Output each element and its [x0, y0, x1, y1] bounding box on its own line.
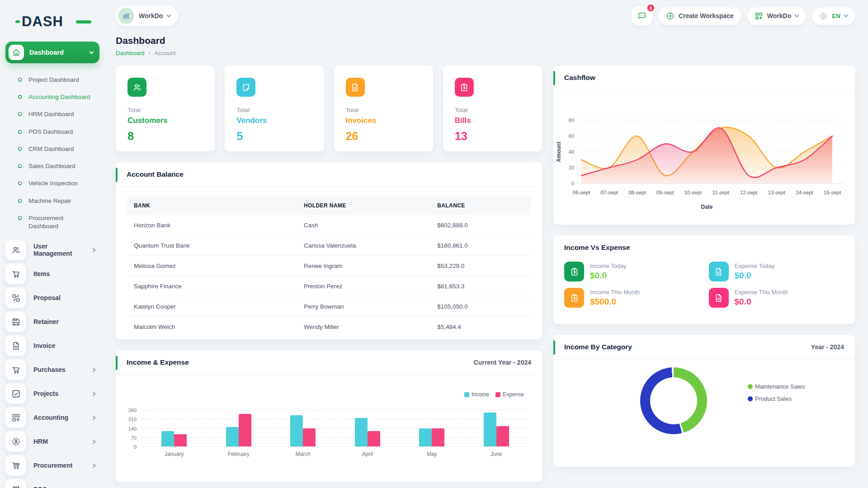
sidebar-subitem-accounting-dashboard[interactable]: Accounting Dashboard: [5, 89, 99, 106]
language-selector[interactable]: EN: [812, 7, 855, 25]
svg-text:08-sept: 08-sept: [628, 190, 646, 195]
sidebar-item-accounting[interactable]: Accounting: [5, 407, 99, 428]
svg-text:09-sept: 09-sept: [656, 190, 674, 195]
cart-chart-icon: [5, 455, 26, 476]
legend-swatch: [464, 392, 469, 397]
chevron-right-icon: [91, 439, 96, 444]
month-label: March: [296, 451, 311, 457]
chevron-right-icon: [91, 367, 96, 372]
sidebar-subitem-label: Project Dashboard: [28, 76, 79, 84]
workdo-menu-button[interactable]: WorkDo: [747, 7, 806, 25]
bank-cell: Sapphire Finance: [127, 276, 297, 296]
stat-card-invoices: Total Invoices 26: [334, 66, 433, 151]
bar-plot-area: 280210140700JanuaryFebruaryMarchAprilMay…: [142, 410, 528, 446]
logo-text: DASH: [22, 14, 63, 29]
card-title: Income Vs Expense: [564, 244, 630, 252]
stat-prefix: Total: [455, 107, 530, 113]
create-workspace-button[interactable]: Create Workspace: [659, 7, 741, 25]
brand-logo[interactable]: DASH: [22, 14, 80, 30]
svg-text:14-sept: 14-sept: [796, 190, 813, 195]
sidebar-item-projects[interactable]: Projects: [5, 383, 99, 404]
cart-icon: [5, 263, 26, 284]
legend-item-expense[interactable]: Expense: [495, 391, 524, 398]
sidebar-subitem-project-dashboard[interactable]: Project Dashboard: [5, 71, 99, 89]
stat-card-bills: Total Bills 13: [443, 66, 542, 151]
month-label: June: [491, 451, 502, 457]
sidebar-subitem-sales-dashboard[interactable]: Sales Dashboard: [5, 158, 99, 175]
sidebar-subitem-hrm-dashboard[interactable]: HRM Dashboard: [5, 106, 99, 123]
svg-text:80: 80: [569, 117, 574, 123]
file-icon: [709, 288, 729, 308]
right-column: Cashflow 0 20 40 60 80 06-sept07-sept08-…: [553, 66, 855, 467]
tile-label: Expense This Month: [735, 288, 788, 296]
chart-legend: IncomeExpense: [464, 391, 524, 398]
legend-item-product-sales[interactable]: Product Sales: [748, 395, 805, 402]
logo-accent-left: [15, 20, 20, 23]
column-holder-name: HOLDER NAME: [297, 196, 430, 215]
income-expense-bar-chart: IncomeExpense 280210140700JanuaryFebruar…: [116, 375, 542, 481]
sidebar-item-hrm[interactable]: HRM: [5, 431, 99, 452]
sidebar-subitem-machine-repair[interactable]: Machine Repair: [5, 192, 99, 210]
bullet-icon: [18, 181, 22, 185]
chart-legend: Maintenance SalesProduct Sales: [748, 383, 805, 402]
income-vs-expense-card: Income Vs Expense Income Today $0.0 Expe…: [553, 235, 855, 324]
sidebar-item-procurement[interactable]: Procurement: [5, 455, 99, 476]
income-bar: [355, 418, 368, 446]
file-icon: [346, 78, 365, 97]
page-head: Dashboard Dashboard › Account: [116, 35, 855, 56]
legend-item-income[interactable]: Income: [464, 391, 489, 398]
sidebar-item-purchases[interactable]: Purchases: [5, 359, 99, 380]
sidebar-subitem-procurement-dashboard[interactable]: Procurement Dashboard: [5, 210, 99, 235]
sidebar-item-label: HRM: [33, 438, 85, 445]
tile-value: $0.0: [590, 271, 627, 281]
income-by-category-donut-chart: Maintenance SalesProduct Sales: [553, 360, 855, 465]
expense-bar: [239, 414, 251, 446]
dots-grid-icon: [5, 479, 26, 488]
workspace-selector[interactable]: WorkDo: [116, 5, 178, 26]
sidebar-subitem-label: Vehicle Inspection: [28, 179, 78, 188]
clipboard-dollar-icon: [564, 288, 584, 308]
sidebar-subitem-label: HRM Dashboard: [28, 110, 74, 118]
y-tick-label: 210: [128, 417, 137, 422]
sidebar-item-retainer[interactable]: Retainer: [5, 311, 99, 332]
svg-text:07-sept: 07-sept: [600, 190, 618, 195]
messages-button[interactable]: 0: [632, 6, 652, 25]
balance-cell: $5,484.4: [430, 317, 531, 337]
account-balance-header: Account Balance: [116, 162, 542, 187]
breadcrumb-root-link[interactable]: Dashboard: [116, 50, 145, 56]
sidebar-subitem-vehicle-inspection[interactable]: Vehicle Inspection: [5, 175, 99, 192]
chevron-right-icon: [91, 391, 96, 396]
stat-value: 8: [127, 130, 203, 143]
sidebar-item-pos[interactable]: POS: [5, 479, 99, 488]
income-bar: [226, 427, 239, 446]
income-bar: [484, 413, 496, 446]
file-icon: [709, 262, 729, 282]
stat-prefix: Total: [346, 107, 421, 113]
month-label: February: [228, 451, 250, 457]
sidebar-item-user-management[interactable]: User Management: [5, 239, 99, 260]
sidebar-item-proposal[interactable]: Proposal: [5, 287, 99, 308]
svg-text:60: 60: [569, 133, 574, 139]
main-area: WorkDo 0 Create Workspace WorkDo: [105, 0, 868, 488]
chevron-right-icon: [91, 463, 96, 468]
clipboard-dollar-icon: [564, 262, 584, 282]
chat-icon: [637, 11, 647, 21]
month-label: April: [362, 451, 373, 457]
sidebar-item-dashboard[interactable]: Dashboard: [5, 42, 99, 63]
sidebar-subitem-pos-dashboard[interactable]: POS Dashboard: [5, 123, 99, 141]
sidebar-item-invoice[interactable]: Invoice: [5, 335, 99, 356]
sidebar-menu: User Management Items Proposal Retainer …: [5, 239, 99, 488]
svg-text:40: 40: [569, 149, 574, 155]
chevron-down-icon: [795, 13, 799, 18]
table-row: Melissa GomezRenee Ingram$53,229.0: [127, 256, 531, 276]
org-icon: [5, 431, 26, 452]
sidebar-item-label: Dashboard: [29, 49, 85, 56]
sidebar-subitem-crm-dashboard[interactable]: CRM Dashboard: [5, 141, 99, 158]
legend-label: Expense: [503, 391, 524, 398]
month-label: May: [427, 451, 437, 457]
chart-period-label: Current Year - 2024: [474, 359, 531, 366]
donut-ring: [640, 367, 707, 434]
expense-bar: [368, 431, 380, 446]
legend-item-maintenance-sales[interactable]: Maintenance Sales: [748, 383, 805, 390]
sidebar-item-items[interactable]: Items: [5, 263, 99, 284]
